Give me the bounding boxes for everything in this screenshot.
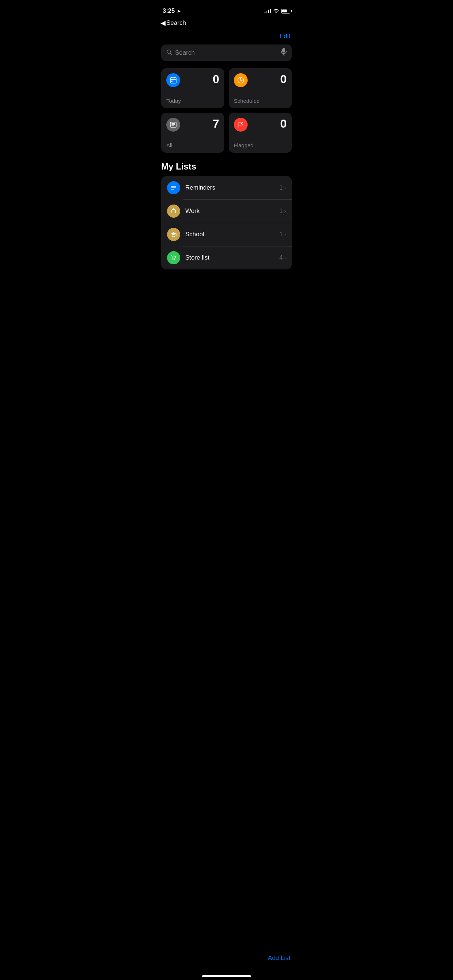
- work-count-chevron: 1 ›: [279, 207, 286, 215]
- school-count-chevron: 1 ›: [279, 231, 286, 238]
- battery-fill: [282, 10, 287, 13]
- list-item-school[interactable]: School 1 ›: [161, 223, 292, 246]
- my-lists-title: My Lists: [155, 162, 298, 176]
- status-left: 3:25 ➤: [163, 7, 181, 14]
- school-count: 1: [279, 231, 283, 238]
- search-container: Search: [155, 45, 298, 68]
- reminders-name: Reminders: [185, 184, 279, 191]
- flagged-card-top: 0: [234, 118, 287, 132]
- back-label: Search: [166, 19, 186, 27]
- signal-bar-2: [266, 11, 267, 13]
- store-count-chevron: 4 ›: [279, 254, 286, 261]
- all-count: 7: [213, 118, 219, 129]
- search-bar[interactable]: Search: [161, 45, 292, 61]
- scheduled-count: 0: [280, 73, 287, 85]
- reminders-count-chevron: 1 ›: [279, 184, 286, 191]
- school-icon: [167, 228, 180, 241]
- scheduled-icon: [234, 73, 248, 87]
- work-name: Work: [185, 207, 279, 215]
- today-label: Today: [166, 98, 219, 104]
- lists-container: Reminders 1 › Work 1 ›: [161, 176, 292, 269]
- school-name: School: [185, 231, 279, 238]
- signal-bar-4: [270, 9, 271, 13]
- flagged-count: 0: [280, 118, 287, 129]
- work-icon: [167, 205, 180, 218]
- svg-point-14: [172, 259, 173, 259]
- work-count: 1: [279, 207, 283, 215]
- work-chevron-icon: ›: [284, 208, 286, 214]
- location-icon: ➤: [177, 8, 181, 14]
- battery-icon: [281, 9, 290, 13]
- school-chevron-icon: ›: [284, 232, 286, 237]
- scheduled-card[interactable]: 0 Scheduled: [229, 68, 292, 108]
- scheduled-label: Scheduled: [234, 98, 287, 104]
- list-item-reminders[interactable]: Reminders 1 ›: [161, 176, 292, 199]
- today-icon: [166, 73, 180, 87]
- wifi-icon: [273, 8, 279, 14]
- my-lists-section: My Lists Reminders 1 ›: [155, 162, 298, 269]
- signal-bar-3: [268, 10, 269, 13]
- svg-point-12: [173, 209, 174, 210]
- flagged-icon: [234, 118, 248, 132]
- svg-rect-0: [170, 78, 176, 83]
- today-card-top: 0: [166, 73, 219, 87]
- signal-bars: [265, 9, 271, 13]
- store-count: 4: [279, 254, 283, 261]
- page-header: Edit: [155, 30, 298, 45]
- svg-rect-4: [171, 81, 172, 82]
- store-icon: [167, 251, 180, 264]
- svg-point-15: [174, 259, 175, 259]
- store-chevron-icon: ›: [284, 255, 286, 261]
- all-icon: [166, 118, 180, 132]
- store-name: Store list: [185, 254, 279, 261]
- edit-button[interactable]: Edit: [280, 33, 290, 40]
- back-navigation[interactable]: ◀ Search: [155, 18, 298, 30]
- flagged-card[interactable]: 0 Flagged: [229, 113, 292, 153]
- list-item-store[interactable]: Store list 4 ›: [161, 246, 292, 269]
- time-display: 3:25: [163, 7, 175, 14]
- smart-cards-grid: 0 Today 0 Scheduled: [155, 68, 298, 162]
- all-label: All: [166, 142, 219, 148]
- signal-bar-1: [265, 12, 266, 13]
- flagged-label: Flagged: [234, 142, 287, 148]
- reminders-chevron-icon: ›: [284, 185, 286, 191]
- search-icon: [166, 49, 172, 57]
- list-item-work[interactable]: Work 1 ›: [161, 199, 292, 223]
- reminders-count: 1: [279, 184, 283, 191]
- all-card-top: 7: [166, 118, 219, 132]
- scheduled-card-top: 0: [234, 73, 287, 87]
- back-chevron-icon: ◀: [161, 19, 166, 27]
- status-right: [265, 8, 290, 14]
- svg-line-7: [241, 80, 242, 81]
- search-placeholder: Search: [175, 49, 278, 57]
- mic-icon[interactable]: [281, 48, 287, 57]
- today-count: 0: [213, 73, 219, 85]
- all-card[interactable]: 7 All: [161, 113, 224, 153]
- today-card[interactable]: 0 Today: [161, 68, 224, 108]
- status-bar: 3:25 ➤: [155, 0, 298, 18]
- reminders-icon: [167, 181, 180, 194]
